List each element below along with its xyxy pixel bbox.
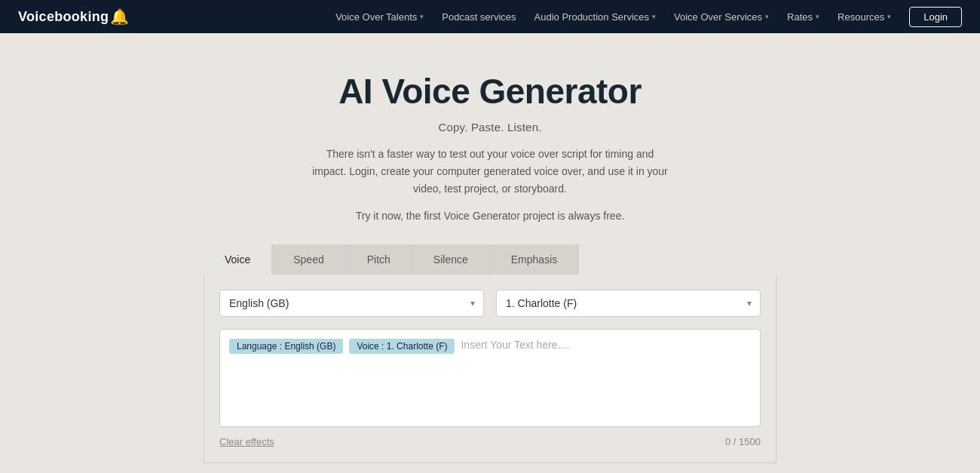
chevron-down-icon: ▾ — [652, 13, 656, 20]
tab-pitch[interactable]: Pitch — [346, 244, 412, 275]
voice-tag: Voice : 1. Charlotte (F) — [349, 339, 455, 354]
hero-description: There isn't a faster way to test out you… — [309, 146, 671, 198]
clear-effects-link[interactable]: Clear effects — [219, 436, 274, 447]
selects-row: English (GB) 1. Charlotte (F) — [219, 290, 761, 317]
text-area-tags: Language : English (GB) Voice : 1. Charl… — [229, 339, 751, 354]
language-select-wrapper: English (GB) — [219, 290, 484, 317]
login-button[interactable]: Login — [909, 7, 962, 27]
voice-select[interactable]: 1. Charlotte (F) — [496, 290, 761, 317]
tab-speed[interactable]: Speed — [272, 244, 345, 275]
footer-row: Clear effects 0 / 1500 — [219, 436, 761, 447]
hero-title: AI Voice Generator — [338, 71, 642, 112]
hero-free-note: Try it now, the first Voice Generator pr… — [356, 210, 625, 222]
text-placeholder: Insert Your Text here.... — [461, 339, 569, 354]
nav-item-voice-over-talents[interactable]: Voice Over Talents▾ — [328, 7, 431, 27]
logo-icon: 🔔 — [110, 8, 129, 26]
navbar-nav: Voice Over Talents▾Podcast servicesAudio… — [328, 7, 962, 27]
tool-panel: VoiceSpeedPitchSilenceEmphasis English (… — [204, 244, 776, 463]
nav-item-resources[interactable]: Resources▾ — [830, 7, 899, 27]
logo-text: Voicebooking — [18, 9, 109, 25]
tab-silence[interactable]: Silence — [412, 244, 490, 275]
language-select[interactable]: English (GB) — [219, 290, 484, 317]
hero-subtitle: Copy. Paste. Listen. — [438, 121, 541, 134]
logo[interactable]: Voicebooking 🔔 — [18, 8, 129, 26]
chevron-down-icon: ▾ — [887, 13, 891, 20]
chevron-down-icon: ▾ — [420, 13, 424, 20]
nav-item-podcast-services[interactable]: Podcast services — [434, 7, 523, 27]
tab-emphasis[interactable]: Emphasis — [490, 244, 579, 275]
main-content: AI Voice Generator Copy. Paste. Listen. … — [0, 33, 980, 473]
language-tag: Language : English (GB) — [229, 339, 343, 354]
panel-content: English (GB) 1. Charlotte (F) Language :… — [204, 275, 776, 463]
navbar: Voicebooking 🔔 Voice Over Talents▾Podcas… — [0, 0, 980, 33]
voice-select-wrapper: 1. Charlotte (F) — [496, 290, 761, 317]
tabs-container: VoiceSpeedPitchSilenceEmphasis — [204, 244, 776, 275]
chevron-down-icon: ▾ — [765, 13, 769, 20]
nav-item-voice-over-services[interactable]: Voice Over Services▾ — [666, 7, 776, 27]
tab-voice[interactable]: Voice — [204, 244, 272, 275]
char-count: 0 / 1500 — [725, 436, 761, 447]
nav-item-rates[interactable]: Rates▾ — [779, 7, 827, 27]
nav-item-audio-production-services[interactable]: Audio Production Services▾ — [527, 7, 663, 27]
text-area-container[interactable]: Language : English (GB) Voice : 1. Charl… — [219, 329, 761, 427]
chevron-down-icon: ▾ — [816, 13, 819, 20]
